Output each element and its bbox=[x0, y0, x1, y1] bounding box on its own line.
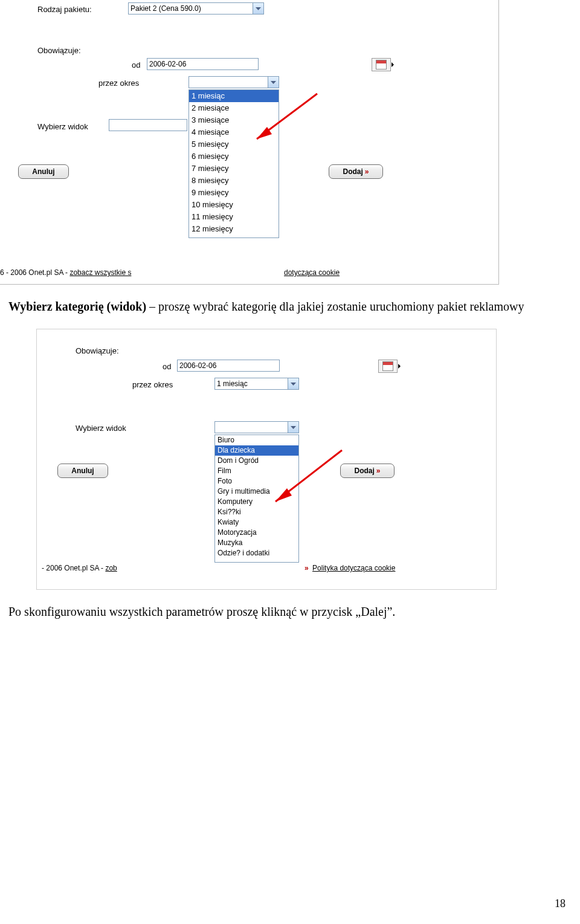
from-label: od bbox=[163, 362, 171, 371]
date-from-value: 2006-02-06 bbox=[149, 60, 186, 68]
chevron-down-icon bbox=[288, 378, 298, 389]
period-option[interactable]: 11 miesięcy bbox=[189, 211, 279, 223]
add-button[interactable]: Dodaj » bbox=[340, 464, 395, 478]
chevron-down-icon bbox=[253, 3, 263, 14]
view-option[interactable]: Dom i Ogród bbox=[215, 456, 298, 466]
footer-all-services-link[interactable]: zob bbox=[105, 564, 117, 572]
period-option[interactable]: 7 miesięcy bbox=[189, 163, 279, 175]
period-listbox[interactable]: 1 miesiąc2 miesiące3 miesiące4 miesiące5… bbox=[188, 89, 279, 238]
view-option[interactable]: Film bbox=[215, 466, 298, 476]
period-option[interactable]: 10 miesięcy bbox=[189, 199, 279, 211]
view-option[interactable]: Motoryzacja bbox=[215, 528, 298, 538]
period-option[interactable]: 2 miesiące bbox=[189, 102, 279, 114]
view-option[interactable]: Odzie? i dodatki bbox=[215, 548, 298, 558]
view-option[interactable]: Gry i multimedia bbox=[215, 486, 298, 497]
add-button-label: Dodaj bbox=[354, 467, 374, 475]
view-option[interactable]: Kwiaty bbox=[215, 517, 298, 528]
period-option[interactable]: 12 miesięcy bbox=[189, 223, 279, 235]
footer-cookie-link[interactable]: dotycząca cookie bbox=[284, 268, 340, 277]
view-option[interactable]: Dla dziecka bbox=[215, 445, 298, 456]
period-label: przez okres bbox=[132, 380, 173, 389]
calendar-button[interactable] bbox=[378, 360, 398, 373]
date-from-input[interactable]: 2006-02-06 bbox=[147, 58, 259, 70]
valid-label: Obowiązuje: bbox=[76, 346, 119, 355]
valid-label: Obowiązuje: bbox=[37, 46, 81, 55]
view-option[interactable]: Biuro bbox=[215, 435, 298, 445]
cancel-button[interactable]: Anuluj bbox=[57, 464, 108, 478]
view-label: Wybierz widok bbox=[76, 424, 126, 433]
view-dropdown[interactable] bbox=[214, 421, 299, 433]
date-from-input[interactable]: 2006-02-06 bbox=[177, 360, 280, 372]
period-option[interactable]: 1 miesiąc bbox=[189, 90, 279, 102]
view-label: Wybierz widok bbox=[37, 122, 88, 131]
calendar-icon bbox=[382, 361, 393, 371]
package-type-label: Rodzaj pakietu: bbox=[37, 5, 92, 14]
period-dropdown[interactable]: 1 miesiąc bbox=[214, 378, 299, 390]
footer-left-text: - 2006 Onet.pl SA - bbox=[42, 564, 105, 572]
paragraph2: Po skonfigurowaniu wszystkich parametrów… bbox=[8, 604, 572, 619]
paragraph1-rest: – proszę wybrać kategorię dla jakiej zos… bbox=[146, 300, 524, 313]
period-option[interactable]: 6 miesięcy bbox=[189, 150, 279, 163]
chevron-down-icon bbox=[268, 77, 279, 88]
view-option[interactable]: Foto bbox=[215, 476, 298, 486]
view-option[interactable]: Ksi??ki bbox=[215, 507, 298, 517]
period-option[interactable]: 4 miesiące bbox=[189, 126, 279, 138]
play-icon bbox=[398, 364, 401, 369]
period-option[interactable]: 3 miesiące bbox=[189, 114, 279, 126]
cancel-button[interactable]: Anuluj bbox=[18, 164, 69, 179]
period-option[interactable]: 5 miesięcy bbox=[189, 138, 279, 150]
cancel-button-label: Anuluj bbox=[71, 467, 94, 475]
period-label: przez okres bbox=[98, 79, 139, 88]
period-dropdown[interactable] bbox=[188, 76, 279, 88]
period-value: 1 miesiąc bbox=[217, 380, 248, 388]
view-option[interactable]: Muzyka bbox=[215, 538, 298, 548]
package-type-dropdown[interactable]: Pakiet 2 (Cena 590.0) bbox=[128, 2, 264, 15]
period-option[interactable]: 8 miesięcy bbox=[189, 175, 279, 187]
add-button-label: Dodaj bbox=[343, 167, 362, 176]
play-icon bbox=[392, 62, 394, 67]
double-chevron-icon: » bbox=[376, 467, 381, 475]
paragraph1-strong: Wybierz kategorię (widok) bbox=[8, 300, 146, 313]
calendar-button[interactable] bbox=[372, 58, 391, 71]
footer-left-text: 6 - 2006 Onet.pl SA - bbox=[0, 268, 69, 277]
cancel-button-label: Anuluj bbox=[32, 167, 54, 176]
double-chevron-icon: » bbox=[365, 167, 369, 176]
from-label: od bbox=[132, 60, 140, 69]
double-chevron-icon: » bbox=[304, 564, 309, 572]
calendar-icon bbox=[376, 60, 387, 69]
package-type-value: Pakiet 2 (Cena 590.0) bbox=[130, 4, 201, 13]
period-option[interactable]: 9 miesięcy bbox=[189, 187, 279, 199]
footer-cookie-link[interactable]: Polityka dotycząca cookie bbox=[312, 564, 395, 572]
date-from-value: 2006-02-06 bbox=[179, 361, 216, 370]
footer-all-services-link[interactable]: zobacz wszystkie s bbox=[69, 268, 131, 277]
view-listbox[interactable]: BiuroDla dzieckaDom i OgródFilmFotoGry i… bbox=[214, 435, 299, 563]
view-option[interactable]: Komputery bbox=[215, 497, 298, 507]
view-dropdown[interactable] bbox=[109, 119, 187, 131]
chevron-down-icon bbox=[288, 422, 298, 433]
add-button[interactable]: Dodaj » bbox=[329, 164, 383, 179]
